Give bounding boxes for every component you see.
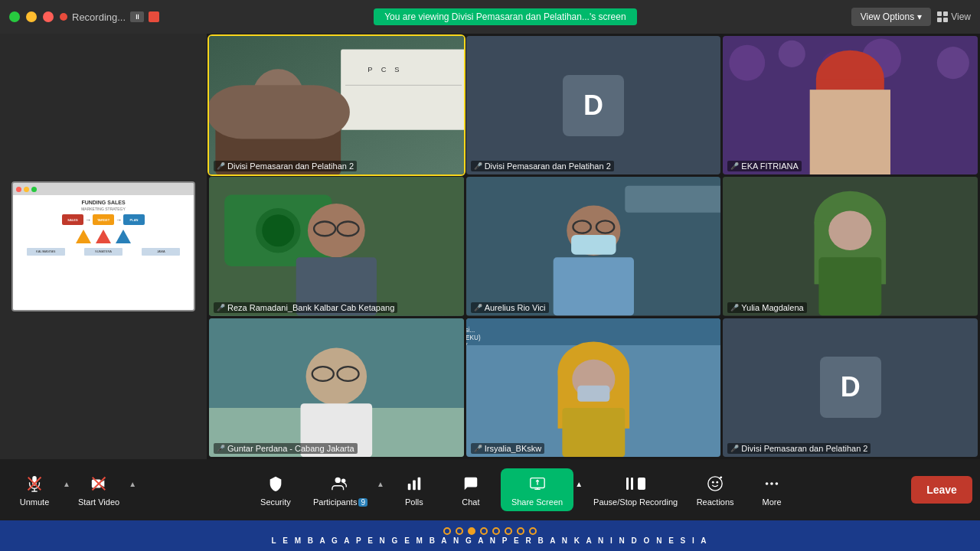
dot-7[interactable] — [517, 527, 524, 535]
svg-rect-46 — [819, 258, 882, 316]
recording-badge: Recording... ⏸ — [60, 11, 159, 23]
label-2: SUMATERA — [84, 248, 122, 256]
svg-point-86 — [766, 482, 769, 485]
triangle-1 — [76, 230, 91, 243]
participant-name-7: Guntar Perdana - Cabang Jakarta — [227, 444, 354, 453]
label-1: KALIMANTAN — [27, 248, 65, 256]
svg-point-18 — [937, 47, 969, 79]
polls-icon — [403, 473, 425, 494]
participant-name-5: Aurelius Rio Vici — [485, 303, 546, 312]
svg-rect-38 — [571, 235, 616, 255]
dot-5[interactable] — [492, 527, 500, 535]
svg-rect-55 — [466, 318, 721, 345]
video-cell-6: 🎤 Yulia Magdalena — [723, 177, 978, 315]
video-cell-4: 🎤 Reza Ramadani_Bank Kalbar Cab Ketapang — [209, 177, 464, 315]
pause-stop-button[interactable]: Pause/Stop Recording — [586, 468, 685, 511]
recording-label: Recording... — [72, 11, 126, 23]
participant-name-4: Reza Ramadani_Bank Kalbar Cab Ketapang — [227, 303, 394, 312]
unmute-button[interactable]: Unmute — [8, 468, 61, 511]
diag-arrow-1: → — [85, 217, 91, 223]
maximize-btn[interactable] — [9, 11, 20, 22]
mute-icon-6: 🎤 — [730, 304, 739, 311]
preview-window: FUNDING SALES MARKETING STRATEGY SALES →… — [11, 181, 195, 311]
participants-button[interactable]: Participants 9 — [305, 468, 375, 511]
diag-box-2: TARGET — [93, 214, 114, 225]
participants-count: 9 — [358, 498, 368, 507]
pause-recording-btn[interactable]: ⏸ — [130, 11, 144, 22]
start-video-control: Start Video ▲ — [70, 468, 136, 511]
share-screen-button[interactable]: Share Screen — [501, 468, 573, 511]
participants-arrow[interactable]: ▲ — [377, 480, 384, 488]
reactions-icon — [704, 473, 726, 494]
svg-rect-80 — [631, 478, 633, 490]
mute-icon-8: 🎤 — [474, 445, 482, 452]
main-content: FUNDING SALES MARKETING STRATEGY SALES →… — [0, 34, 980, 459]
dot-8[interactable] — [529, 527, 537, 535]
video-grid: P C S 🎤 Divisi Pemasaran dan Pelatihan 2… — [207, 34, 980, 459]
reactions-button[interactable]: Reactions — [688, 468, 742, 511]
mic-off-icon — [24, 473, 45, 494]
participants-icon — [329, 473, 351, 494]
leave-button[interactable]: Leave — [911, 476, 972, 504]
cam-off-icon — [88, 473, 109, 494]
share-arrow[interactable]: ▲ — [575, 480, 583, 488]
video-arrow[interactable]: ▲ — [129, 480, 136, 488]
mute-icon-7: 🎤 — [217, 445, 225, 452]
svg-marker-1 — [96, 230, 111, 243]
video-cell-1: P C S 🎤 Divisi Pemasaran dan Pelatihan 2 — [209, 36, 464, 174]
pause-stop-label: Pause/Stop Recording — [593, 497, 678, 507]
svg-rect-23 — [810, 90, 890, 174]
view-options-button[interactable]: View Options ▾ — [851, 8, 931, 26]
dot-2[interactable] — [456, 527, 463, 535]
dot-3[interactable] — [468, 527, 475, 535]
polls-button[interactable]: Polls — [387, 468, 441, 511]
share-screen-icon — [527, 473, 548, 494]
svg-point-85 — [720, 476, 723, 478]
svg-text:Kalbar: Kalbar — [466, 341, 468, 346]
security-button[interactable]: Security — [249, 468, 302, 511]
share-screen-label: Share Screen — [511, 497, 563, 507]
mute-icon-2: 🎤 — [474, 162, 482, 170]
svg-marker-0 — [76, 230, 91, 243]
start-video-button[interactable]: Start Video — [70, 468, 127, 511]
svg-point-71 — [341, 479, 346, 484]
top-bar-right: View Options ▾ View — [851, 8, 971, 26]
dot-4[interactable] — [480, 527, 488, 535]
participant-name-9: Divisi Pemasaran dan Pelatihan 2 — [741, 444, 867, 453]
share-screen-control: Share Screen ▲ — [501, 468, 583, 511]
svg-text:C: C — [381, 66, 387, 73]
video-cell-2: D 🎤 Divisi Pemasaran dan Pelatihan 2 — [466, 36, 721, 174]
participant-name-8: Irsyalia_BKskw — [485, 444, 542, 453]
grid-view-icon — [937, 11, 948, 22]
chat-icon — [460, 473, 482, 494]
unmute-control: Unmute ▲ — [8, 468, 70, 511]
svg-rect-12 — [209, 85, 350, 139]
triangle-2 — [96, 230, 111, 243]
video-label-3: 🎤 EKA FITRIANA — [727, 161, 802, 171]
screen-preview-panel: FUNDING SALES MARKETING STRATEGY SALES →… — [0, 34, 207, 459]
svg-point-29 — [308, 204, 365, 257]
more-button[interactable]: More — [745, 468, 799, 511]
dot-1[interactable] — [443, 527, 451, 535]
dot-6[interactable] — [505, 527, 512, 535]
video-bg-8: Divisi... no (EKU) Kalbar — [466, 318, 721, 457]
triangle-3 — [116, 230, 131, 243]
reactions-label: Reactions — [697, 497, 734, 507]
chat-button[interactable]: Chat — [444, 468, 498, 511]
svg-marker-2 — [116, 230, 131, 243]
view-control[interactable]: View — [937, 11, 971, 22]
svg-point-14 — [730, 45, 766, 81]
svg-rect-34 — [625, 186, 720, 213]
chevron-down-icon: ▾ — [917, 11, 922, 22]
top-bar: Recording... ⏸ You are viewing Divisi Pe… — [0, 0, 980, 34]
minimize-btn[interactable] — [26, 11, 37, 22]
diag-box-1: SALES — [62, 214, 83, 225]
stop-recording-btn[interactable] — [149, 11, 159, 22]
unmute-arrow[interactable]: ▲ — [63, 480, 70, 488]
window-controls: Recording... ⏸ — [9, 11, 159, 23]
close-btn[interactable] — [43, 11, 54, 22]
video-label-1: 🎤 Divisi Pemasaran dan Pelatihan 2 — [214, 161, 357, 171]
svg-text:P: P — [368, 66, 372, 73]
svg-point-83 — [712, 481, 714, 484]
diag-box-3: PLAN — [123, 214, 145, 225]
